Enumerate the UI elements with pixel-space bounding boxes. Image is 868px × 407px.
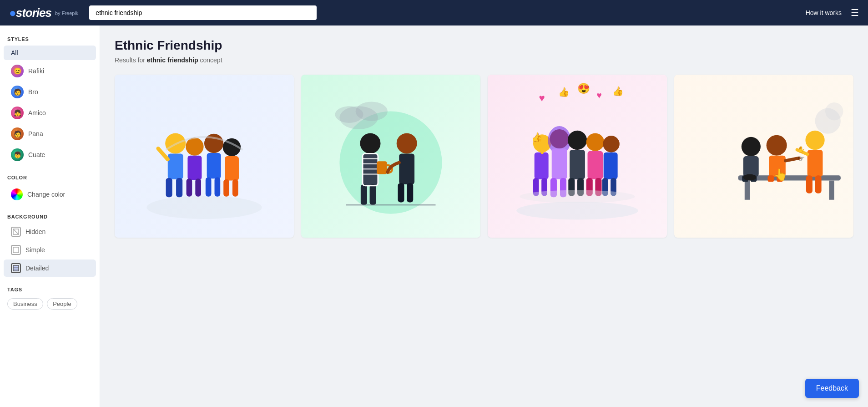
cuate-avatar: 👦	[11, 148, 24, 161]
bg-simple[interactable]: Simple	[4, 241, 96, 259]
card-4-customize-btn[interactable]: ✎	[833, 78, 850, 95]
image-card-1[interactable]: ✎ ⬇ P	[115, 75, 294, 238]
sidebar-item-bro[interactable]: 🧑 Bro	[4, 82, 96, 102]
sidebar-item-pana[interactable]: 🧑 Pana	[4, 124, 96, 144]
svg-text:👆: 👆	[773, 168, 788, 182]
card-3-customize-btn[interactable]: ✎	[647, 78, 663, 95]
svg-text:☞: ☞	[798, 154, 805, 163]
svg-line-87	[786, 158, 799, 161]
svg-rect-79	[743, 156, 759, 177]
tag-people[interactable]: People	[47, 298, 77, 310]
card-4-download-btn[interactable]: ⬇	[833, 97, 850, 113]
svg-point-35	[397, 133, 417, 153]
bro-avatar: 🧑	[11, 86, 24, 98]
svg-rect-14	[187, 178, 192, 196]
svg-text:♥: ♥	[539, 92, 545, 104]
svg-rect-76	[745, 181, 750, 200]
logo-icon: ●stories	[9, 6, 51, 20]
svg-rect-8	[168, 153, 183, 179]
results-subtitle: Results for ethnic friendship concept	[115, 56, 853, 64]
sidebar-item-cuate[interactable]: 👦 Cuate	[4, 145, 96, 165]
svg-text:👍: 👍	[531, 132, 543, 142]
card-1-download-btn[interactable]: ⬇	[274, 97, 290, 113]
card-1-pinterest-btn[interactable]: P	[274, 115, 290, 131]
svg-rect-18	[206, 178, 212, 197]
results-suffix: concept	[198, 56, 222, 64]
svg-rect-3	[13, 265, 19, 271]
bg-detailed[interactable]: Detailed	[4, 259, 96, 277]
svg-point-66	[603, 136, 620, 153]
how-it-works-link[interactable]: How it works	[806, 9, 842, 16]
card-2-pinterest-btn[interactable]: P	[460, 115, 477, 131]
svg-rect-21	[225, 156, 239, 180]
sidebar-item-rafiki[interactable]: 😊 Rafiki	[4, 61, 96, 81]
svg-rect-36	[399, 153, 414, 184]
card-3-download-btn[interactable]: ⬇	[647, 97, 663, 113]
illustration-1	[115, 75, 294, 238]
results-query: ethnic friendship	[147, 56, 198, 64]
svg-point-78	[742, 137, 761, 156]
svg-rect-50	[535, 153, 549, 179]
svg-point-83	[767, 135, 787, 156]
sidebar-item-all[interactable]: All	[4, 46, 96, 60]
svg-rect-55	[552, 148, 567, 179]
menu-icon[interactable]: ☰	[851, 7, 859, 18]
amico-label: Amico	[28, 109, 46, 117]
card-2-download-btn[interactable]: ⬇	[460, 97, 477, 113]
image-card-3[interactable]: ♥ 👍 😍 ♥ 👍	[488, 75, 667, 238]
card-1-customize-btn[interactable]: ✎	[274, 78, 290, 95]
image-card-2[interactable]: ✎ ⬇ P	[301, 75, 480, 238]
logo-area: ●stories by Freepik	[9, 6, 78, 20]
rafiki-label: Rafiki	[28, 67, 44, 75]
svg-point-82	[743, 174, 756, 180]
results-prefix: Results for	[115, 56, 147, 64]
cuate-label: Cuate	[28, 151, 45, 158]
bro-label: Bro	[28, 88, 38, 96]
svg-point-41	[335, 106, 363, 123]
svg-text:👍: 👍	[558, 86, 570, 97]
svg-rect-17	[207, 153, 221, 178]
image-card-4[interactable]: ☞ ✋ 👆 ✎ ⬇ P	[674, 75, 853, 238]
styles-section-title: STYLES	[0, 33, 100, 45]
svg-point-89	[805, 131, 824, 150]
tag-business[interactable]: Business	[7, 298, 43, 310]
svg-rect-22	[223, 179, 229, 197]
sidebar-item-amico[interactable]: 👧 Amico	[4, 103, 96, 123]
illustration-3: ♥ 👍 😍 ♥ 👍	[488, 75, 667, 238]
svg-rect-63	[588, 151, 603, 179]
detailed-label: Detailed	[25, 265, 49, 272]
svg-text:😍: 😍	[577, 82, 590, 95]
sidebar: STYLES All 😊 Rafiki 🧑 Bro 👧 Amico 🧑 Pana…	[0, 25, 100, 407]
svg-point-58	[568, 131, 587, 150]
svg-rect-67	[604, 153, 618, 179]
search-input[interactable]	[89, 5, 317, 20]
hidden-label: Hidden	[25, 228, 45, 235]
main-layout: STYLES All 😊 Rafiki 🧑 Bro 👧 Amico 🧑 Pana…	[0, 25, 868, 407]
svg-rect-37	[398, 183, 404, 202]
svg-rect-15	[195, 178, 201, 196]
card-3-pinterest-btn[interactable]: P	[647, 115, 663, 131]
svg-point-48	[516, 202, 638, 219]
tags-section-title: TAGS	[0, 283, 100, 295]
svg-point-62	[586, 133, 604, 151]
search-bar[interactable]	[89, 5, 317, 20]
rafiki-avatar: 😊	[11, 65, 24, 77]
card-2-customize-btn[interactable]: ✎	[460, 78, 477, 95]
svg-point-25	[360, 133, 380, 153]
svg-rect-27	[361, 184, 367, 205]
page-title: Ethnic Friendship	[115, 38, 853, 53]
svg-text:✋: ✋	[797, 145, 805, 153]
feedback-button[interactable]: Feedback	[805, 379, 859, 398]
change-color-label: Change color	[27, 191, 65, 198]
all-label: All	[11, 49, 18, 56]
pana-avatar: 🧑	[11, 127, 24, 140]
bg-hidden[interactable]: Hidden	[4, 223, 96, 240]
svg-rect-59	[570, 150, 585, 179]
svg-rect-92	[815, 175, 822, 193]
amico-avatar: 👧	[11, 107, 24, 119]
card-4-pinterest-btn[interactable]: P	[833, 115, 850, 131]
illustration-4: ☞ ✋ 👆	[674, 75, 853, 238]
change-color-button[interactable]: Change color	[4, 185, 96, 204]
main-content: Ethnic Friendship Results for ethnic fri…	[100, 25, 868, 407]
background-section-title: BACKGROUND	[0, 210, 100, 222]
